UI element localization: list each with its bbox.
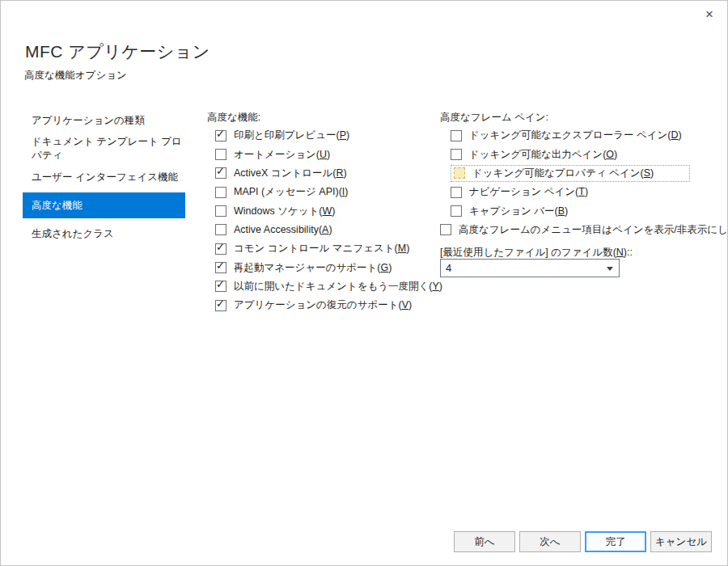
checkmark-icon: ✓ [216, 166, 225, 177]
checkbox-row-automation[interactable]: オートメーション(U) [207, 145, 435, 163]
checkbox-dockable-explorer-pane[interactable] [451, 130, 462, 142]
checkbox-dockable-properties-pane[interactable] [454, 167, 465, 179]
checkbox-label-activex-controls: ActiveX コントロール(R) [234, 167, 347, 180]
sidebar-item-label: アプリケーションの種類 [32, 114, 145, 128]
checkmark-icon: ✓ [216, 129, 225, 140]
chevron-down-icon [607, 267, 613, 271]
checkbox-label-navigation-pane: ナビゲーション ペイン(T) [469, 185, 588, 199]
checkbox-mapi-messaging-api[interactable] [215, 187, 226, 198]
checkbox-row-navigation-pane[interactable]: ナビゲーション ペイン(T) [440, 183, 690, 201]
checkbox-label-application-recovery-support: アプリケーションの復元のサポート(V) [234, 298, 412, 312]
checkbox-activex-controls[interactable]: ✓ [215, 167, 226, 179]
advanced-frame-panes-group: 高度なフレーム ペイン: ドッキング可能なエクスプローラー ペイン(D)ドッキン… [440, 111, 690, 239]
page-title: MFC アプリケーション [25, 40, 210, 63]
previous-button[interactable]: 前へ [454, 531, 515, 552]
checkbox-row-caption-bar[interactable]: キャプション バー(B) [440, 201, 690, 220]
checkbox-label-restart-manager-support: 再起動マネージャーのサポート(G) [234, 261, 392, 275]
checkbox-row-common-control-manifest[interactable]: ✓コモン コントロール マニフェスト(M) [207, 239, 435, 258]
checkbox-label-advanced-frame-menu-toggle: 高度なフレームのメニュー項目はペインを表示/非表示にします [459, 223, 728, 237]
checkbox-row-dockable-explorer-pane[interactable]: ドッキング可能なエクスプローラー ペイン(D) [440, 126, 690, 145]
mru-file-count-combobox[interactable]: 4 [440, 259, 620, 277]
checkbox-reopen-previous-documents[interactable]: ✓ [215, 281, 226, 292]
checkbox-row-activex-controls[interactable]: ✓ActiveX コントロール(R) [207, 164, 435, 183]
focus-rectangle: ドッキング可能なプロパティ ペイン(S) [451, 165, 690, 182]
advanced-frame-panes-group-label: 高度なフレーム ペイン: [440, 111, 690, 126]
checkbox-label-printing-and-print-preview: 印刷と印刷プレビュー(P) [234, 129, 349, 142]
checkbox-navigation-pane[interactable] [451, 187, 462, 198]
checkbox-restart-manager-support[interactable]: ✓ [215, 262, 226, 273]
checkbox-caption-bar[interactable] [451, 205, 462, 217]
wizard-step-list: アプリケーションの種類ドキュメント テンプレート プロパティユーザー インターフ… [23, 108, 185, 249]
checkbox-label-caption-bar: キャプション バー(B) [469, 205, 568, 218]
checkbox-dockable-output-pane[interactable] [451, 149, 462, 160]
checkbox-application-recovery-support[interactable]: ✓ [215, 300, 226, 311]
checkbox-label-common-control-manifest: コモン コントロール マニフェスト(M) [234, 242, 409, 256]
combobox-value: 4 [446, 262, 451, 274]
mru-file-count-label: [最近使用したファイル] のファイル数(N):: [440, 246, 633, 260]
sidebar-item-generated-classes[interactable]: 生成されたクラス [23, 221, 185, 247]
checkmark-icon: ✓ [216, 279, 225, 290]
checkmark-icon: ✓ [216, 242, 225, 253]
checkbox-advanced-frame-menu-toggle[interactable] [440, 224, 451, 235]
advanced-features-checkbox-list: ✓印刷と印刷プレビュー(P)オートメーション(U)✓ActiveX コントロール… [207, 126, 435, 315]
checkbox-label-reopen-previous-documents: 以前に開いたドキュメントをもう一度開く(Y) [234, 280, 442, 294]
sidebar-item-label: ドキュメント テンプレート プロパティ [32, 135, 185, 163]
checkbox-row-dockable-output-pane[interactable]: ドッキング可能な出力ペイン(O) [440, 145, 690, 163]
checkbox-label-dockable-explorer-pane: ドッキング可能なエクスプローラー ペイン(D) [469, 129, 682, 142]
sidebar-item-label: 高度な機能 [32, 199, 83, 213]
checkbox-row-advanced-frame-menu-toggle[interactable]: 高度なフレームのメニュー項目はペインを表示/非表示にします [440, 221, 690, 239]
checkbox-row-active-accessibility[interactable]: Active Accessibility(A) [207, 221, 435, 239]
sidebar-item-label: 生成されたクラス [32, 227, 114, 241]
checkbox-row-printing-and-print-preview[interactable]: ✓印刷と印刷プレビュー(P) [207, 126, 435, 145]
sidebar-item-user-interface-features[interactable]: ユーザー インターフェイス機能 [23, 164, 185, 190]
checkbox-label-mapi-messaging-api: MAPI (メッセージ API)(I) [234, 185, 348, 199]
checkbox-automation[interactable] [215, 149, 226, 160]
sidebar-item-application-type[interactable]: アプリケーションの種類 [23, 108, 185, 133]
checkbox-common-control-manifest[interactable]: ✓ [215, 243, 226, 255]
checkbox-windows-sockets[interactable] [215, 205, 226, 217]
checkbox-label-windows-sockets: Windows ソケット(W) [234, 205, 336, 218]
checkbox-row-restart-manager-support[interactable]: ✓再起動マネージャーのサポート(G) [207, 258, 435, 277]
checkbox-active-accessibility[interactable] [215, 224, 226, 235]
sidebar-item-document-template-properties[interactable]: ドキュメント テンプレート プロパティ [23, 136, 185, 162]
page-subtitle: 高度な機能オプション [24, 69, 127, 82]
checkbox-row-application-recovery-support[interactable]: ✓アプリケーションの復元のサポート(V) [207, 296, 435, 315]
checkbox-row-dockable-properties-pane[interactable]: ドッキング可能なプロパティ ペイン(S) [440, 164, 690, 183]
checkbox-row-mapi-messaging-api[interactable]: MAPI (メッセージ API)(I) [207, 183, 435, 201]
close-icon[interactable]: × [698, 4, 721, 25]
sidebar-item-label: ユーザー インターフェイス機能 [32, 171, 178, 184]
checkbox-printing-and-print-preview[interactable]: ✓ [215, 130, 226, 142]
advanced-features-group: 高度な機能: ✓印刷と印刷プレビュー(P)オートメーション(U)✓ActiveX… [207, 111, 435, 315]
checkbox-label-dockable-output-pane: ドッキング可能な出力ペイン(O) [469, 148, 617, 162]
checkmark-icon: ✓ [216, 298, 225, 310]
checkbox-label-dockable-properties-pane: ドッキング可能なプロパティ ペイン(S) [472, 167, 654, 180]
checkmark-icon: ✓ [216, 260, 225, 272]
advanced-frame-panes-checkbox-list: ドッキング可能なエクスプローラー ペイン(D)ドッキング可能な出力ペイン(O)ド… [440, 126, 690, 239]
checkbox-row-windows-sockets[interactable]: Windows ソケット(W) [207, 201, 435, 220]
next-button[interactable]: 次へ [519, 531, 581, 552]
checkbox-label-active-accessibility: Active Accessibility(A) [234, 224, 332, 235]
advanced-features-group-label: 高度な機能: [207, 111, 435, 126]
finish-button[interactable]: 完了 [585, 531, 646, 552]
cancel-button[interactable]: キャンセル [650, 531, 712, 552]
sidebar-item-advanced-features[interactable]: 高度な機能 [23, 192, 185, 218]
checkbox-label-automation: オートメーション(U) [234, 148, 330, 162]
checkbox-row-reopen-previous-documents[interactable]: ✓以前に開いたドキュメントをもう一度開く(Y) [207, 277, 435, 296]
mfc-application-wizard-dialog: × MFC アプリケーション 高度な機能オプション アプリケーションの種類ドキュ… [0, 0, 728, 566]
